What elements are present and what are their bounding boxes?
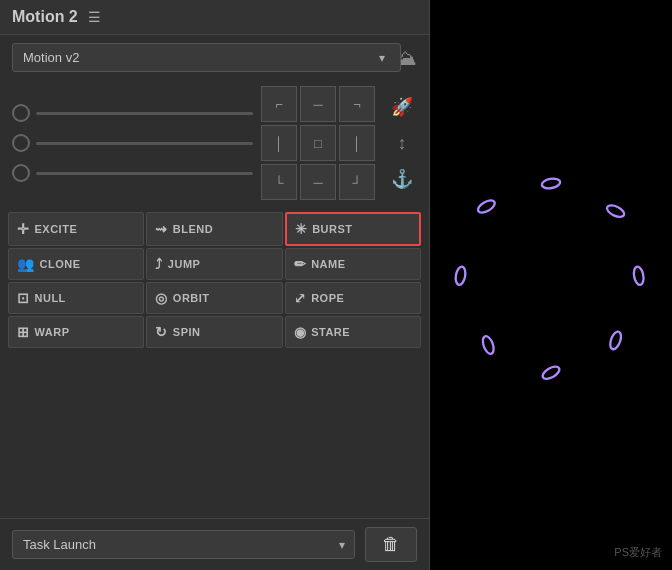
rope-button[interactable]: ⤢ ROPE <box>285 282 421 314</box>
watermark: PS爱好者 <box>614 545 662 560</box>
slider-track-3[interactable] <box>36 172 253 175</box>
spin-label: SPIN <box>173 326 201 338</box>
orbit-button[interactable]: ◎ ORBIT <box>146 282 282 314</box>
panel-header: Motion 2 ☰ <box>0 0 429 35</box>
name-button[interactable]: ✏ NAME <box>285 248 421 280</box>
blend-button[interactable]: ⇝ BLEND <box>146 212 282 246</box>
panel-title: Motion 2 <box>12 8 78 26</box>
anchor-icon[interactable]: ⚓ <box>387 164 417 194</box>
preview-panel: PS爱好者 <box>430 0 672 570</box>
excite-icon: ✛ <box>17 221 30 237</box>
burst-preview-canvas <box>431 165 671 405</box>
slider-dot-2[interactable] <box>12 134 30 152</box>
orbit-icon: ◎ <box>155 290 168 306</box>
null-button[interactable]: ⊡ NULL <box>8 282 144 314</box>
blend-icon: ⇝ <box>155 221 168 237</box>
slider-track-2[interactable] <box>36 142 253 145</box>
svg-point-7 <box>633 266 645 286</box>
jump-label: JUMP <box>168 258 201 270</box>
blend-label: BLEND <box>173 223 213 235</box>
rope-label: ROPE <box>311 292 344 304</box>
action-buttons-grid: ✛ EXCITE ⇝ BLEND ✳ BURST 👥 CLONE ⤴ JUMP … <box>0 206 429 354</box>
grid-cell-tr[interactable]: ¬ <box>339 86 375 122</box>
stare-icon: ◉ <box>294 324 307 340</box>
grid-cell-bl[interactable]: └ <box>261 164 297 200</box>
slider-dot-1[interactable] <box>12 104 30 122</box>
grid-cell-mr[interactable]: │ <box>339 125 375 161</box>
grid-cell-bm[interactable]: ─ <box>300 164 336 200</box>
sliders-column <box>12 104 253 182</box>
left-panel: Motion 2 ☰ Motion v2 Motion v1 ▾ ⛰ <box>0 0 430 570</box>
burst-icon: ✳ <box>295 221 308 237</box>
stare-label: STARE <box>311 326 350 338</box>
slider-row-2 <box>12 134 253 152</box>
rope-icon: ⤢ <box>294 290 307 306</box>
excite-button[interactable]: ✛ EXCITE <box>8 212 144 246</box>
delete-button[interactable]: 🗑 <box>365 527 417 562</box>
task-launch-dropdown[interactable]: Task Launch <box>12 530 355 559</box>
null-label: NULL <box>35 292 66 304</box>
arrows-vertical-icon[interactable]: ↕ <box>387 128 417 158</box>
name-label: NAME <box>311 258 345 270</box>
spin-icon: ↻ <box>155 324 168 340</box>
spin-button[interactable]: ↻ SPIN <box>146 316 282 348</box>
stare-button[interactable]: ◉ STARE <box>285 316 421 348</box>
bottom-bar: Task Launch ▾ 🗑 <box>0 518 429 570</box>
slider-dot-3[interactable] <box>12 164 30 182</box>
dropdown-row: Motion v2 Motion v1 ▾ ⛰ <box>0 35 429 80</box>
burst-label: BURST <box>312 223 352 235</box>
svg-point-3 <box>541 177 561 189</box>
grid-cell-tl[interactable]: ⌐ <box>261 86 297 122</box>
warp-button[interactable]: ⊞ WARP <box>8 316 144 348</box>
grid-cell-mm[interactable]: □ <box>300 125 336 161</box>
clone-label: CLONE <box>40 258 81 270</box>
null-icon: ⊡ <box>17 290 30 306</box>
slider-row-1 <box>12 104 253 122</box>
orbit-label: ORBIT <box>173 292 210 304</box>
clone-button[interactable]: 👥 CLONE <box>8 248 144 280</box>
name-icon: ✏ <box>294 256 307 272</box>
clone-icon: 👥 <box>17 256 35 272</box>
grid-cell-tm[interactable]: ─ <box>300 86 336 122</box>
slider-row-3 <box>12 164 253 182</box>
grid-cell-ml[interactable]: │ <box>261 125 297 161</box>
side-icons-column: 🚀 ↕ ⚓ <box>387 92 417 194</box>
grid-area: ⌐ ─ ¬ │ □ │ └ ─ ┘ 🚀 ↕ ⚓ <box>0 80 429 206</box>
alignment-grid: ⌐ ─ ¬ │ □ │ └ ─ ┘ <box>261 86 375 200</box>
warp-icon: ⊞ <box>17 324 30 340</box>
menu-icon[interactable]: ☰ <box>88 9 101 25</box>
motion-dropdown[interactable]: Motion v2 Motion v1 <box>12 43 401 72</box>
excite-label: EXCITE <box>35 223 78 235</box>
warp-label: WARP <box>35 326 70 338</box>
grid-cell-br[interactable]: ┘ <box>339 164 375 200</box>
svg-point-15 <box>454 266 466 286</box>
jump-button[interactable]: ⤴ JUMP <box>146 248 282 280</box>
rocket-icon[interactable]: 🚀 <box>387 92 417 122</box>
slider-track-1[interactable] <box>36 112 253 115</box>
burst-button[interactable]: ✳ BURST <box>285 212 421 246</box>
jump-icon: ⤴ <box>155 256 163 272</box>
